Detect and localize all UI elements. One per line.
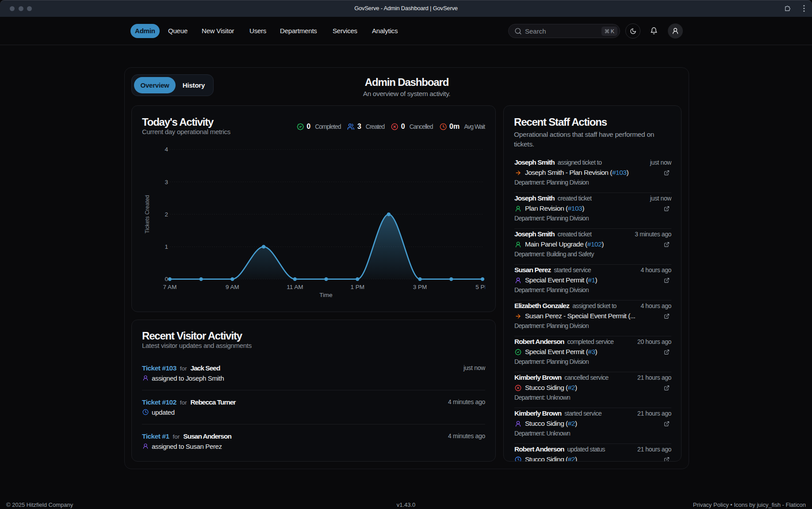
svg-text:3: 3	[165, 179, 168, 185]
svg-text:7 AM: 7 AM	[163, 284, 177, 290]
svg-text:1 PM: 1 PM	[350, 284, 364, 290]
svg-text:4: 4	[165, 146, 168, 153]
svg-text:5 PM: 5 PM	[475, 284, 485, 290]
svg-text:9 AM: 9 AM	[226, 284, 239, 290]
svg-text:2: 2	[165, 211, 168, 218]
svg-text:Tickets Created: Tickets Created	[144, 195, 150, 233]
svg-text:1: 1	[165, 243, 168, 250]
svg-text:Time: Time	[319, 292, 333, 298]
svg-text:0: 0	[165, 276, 168, 282]
svg-text:11 AM: 11 AM	[287, 284, 303, 290]
svg-text:3 PM: 3 PM	[413, 284, 427, 290]
